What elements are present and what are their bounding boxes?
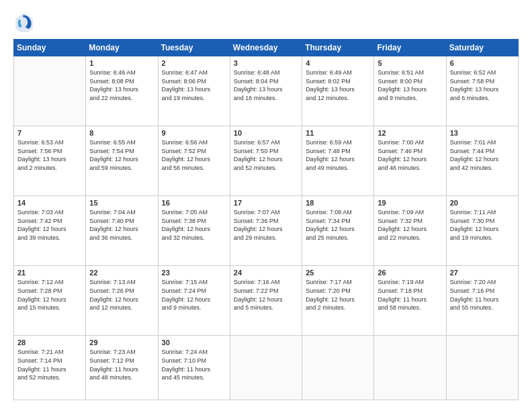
day-number: 21 [17,269,82,277]
day-number: 10 [234,129,298,137]
calendar-cell: 2Sunrise: 6:47 AM Sunset: 8:06 PM Daylig… [158,56,230,126]
calendar-cell: 5Sunrise: 6:51 AM Sunset: 8:00 PM Daylig… [374,56,446,126]
day-number: 7 [17,129,82,137]
day-number: 26 [378,269,442,277]
calendar-cell: 16Sunrise: 7:05 AM Sunset: 7:38 PM Dayli… [158,196,230,266]
day-number: 28 [17,338,82,347]
header [13,11,519,32]
day-info: Sunrise: 6:57 AM Sunset: 7:50 PM Dayligh… [234,138,298,172]
calendar-cell [302,336,374,400]
calendar-cell: 29Sunrise: 7:23 AM Sunset: 7:12 PM Dayli… [86,336,158,400]
day-info: Sunrise: 6:47 AM Sunset: 8:06 PM Dayligh… [162,68,226,102]
day-number: 18 [306,199,370,207]
week-row-4: 21Sunrise: 7:12 AM Sunset: 7:28 PM Dayli… [14,266,519,336]
day-info: Sunrise: 6:51 AM Sunset: 8:00 PM Dayligh… [378,68,442,102]
week-row-2: 7Sunrise: 6:53 AM Sunset: 7:56 PM Daylig… [14,126,519,196]
page: SundayMondayTuesdayWednesdayThursdayFrid… [0,0,532,411]
calendar-cell: 11Sunrise: 6:59 AM Sunset: 7:48 PM Dayli… [302,126,374,196]
day-number: 19 [378,199,442,207]
day-info: Sunrise: 6:52 AM Sunset: 7:58 PM Dayligh… [450,68,515,102]
logo [13,11,39,32]
day-info: Sunrise: 6:55 AM Sunset: 7:54 PM Dayligh… [89,138,154,172]
weekday-header-thursday: Thursday [302,40,374,56]
day-number: 14 [17,199,82,207]
calendar-cell: 25Sunrise: 7:17 AM Sunset: 7:20 PM Dayli… [302,266,374,336]
weekday-header-sunday: Sunday [14,40,86,56]
weekday-header-wednesday: Wednesday [230,40,302,56]
calendar-cell [14,56,86,126]
day-number: 27 [450,269,515,277]
calendar-cell: 21Sunrise: 7:12 AM Sunset: 7:28 PM Dayli… [14,266,86,336]
day-number: 2 [162,59,226,67]
day-info: Sunrise: 6:59 AM Sunset: 7:48 PM Dayligh… [306,138,370,172]
day-number: 30 [162,338,226,347]
day-info: Sunrise: 7:03 AM Sunset: 7:42 PM Dayligh… [17,208,82,242]
calendar-cell: 7Sunrise: 6:53 AM Sunset: 7:56 PM Daylig… [14,126,86,196]
day-info: Sunrise: 7:19 AM Sunset: 7:18 PM Dayligh… [378,278,442,312]
weekday-header-friday: Friday [374,40,446,56]
day-number: 9 [162,129,226,137]
weekday-header-monday: Monday [86,40,158,56]
day-info: Sunrise: 6:49 AM Sunset: 8:02 PM Dayligh… [306,68,370,102]
calendar-cell: 19Sunrise: 7:09 AM Sunset: 7:32 PM Dayli… [374,196,446,266]
weekday-header-tuesday: Tuesday [158,40,230,56]
week-row-1: 1Sunrise: 6:46 AM Sunset: 8:08 PM Daylig… [14,56,519,126]
day-info: Sunrise: 6:53 AM Sunset: 7:56 PM Dayligh… [17,138,82,172]
weekday-header-saturday: Saturday [446,40,518,56]
calendar-cell [374,336,446,400]
day-info: Sunrise: 7:01 AM Sunset: 7:44 PM Dayligh… [450,138,515,172]
day-number: 12 [378,129,442,137]
day-info: Sunrise: 6:48 AM Sunset: 8:04 PM Dayligh… [234,68,298,102]
calendar-cell: 30Sunrise: 7:24 AM Sunset: 7:10 PM Dayli… [158,336,230,400]
calendar-cell: 18Sunrise: 7:08 AM Sunset: 7:34 PM Dayli… [302,196,374,266]
day-info: Sunrise: 7:08 AM Sunset: 7:34 PM Dayligh… [306,208,370,242]
day-number: 17 [234,199,298,207]
day-info: Sunrise: 7:20 AM Sunset: 7:16 PM Dayligh… [450,278,515,312]
calendar-cell: 26Sunrise: 7:19 AM Sunset: 7:18 PM Dayli… [374,266,446,336]
calendar-cell [230,336,302,400]
day-number: 8 [89,129,154,137]
day-info: Sunrise: 6:56 AM Sunset: 7:52 PM Dayligh… [162,138,226,172]
calendar-cell: 9Sunrise: 6:56 AM Sunset: 7:52 PM Daylig… [158,126,230,196]
day-number: 23 [162,269,226,277]
day-info: Sunrise: 7:09 AM Sunset: 7:32 PM Dayligh… [378,208,442,242]
day-info: Sunrise: 7:23 AM Sunset: 7:12 PM Dayligh… [89,348,154,381]
calendar-cell: 24Sunrise: 7:16 AM Sunset: 7:22 PM Dayli… [230,266,302,336]
week-row-5: 28Sunrise: 7:21 AM Sunset: 7:14 PM Dayli… [14,336,519,400]
day-number: 22 [89,269,154,277]
calendar-table: SundayMondayTuesdayWednesdayThursdayFrid… [13,39,519,400]
day-number: 15 [89,199,154,207]
day-number: 24 [234,269,298,277]
calendar-cell: 14Sunrise: 7:03 AM Sunset: 7:42 PM Dayli… [14,196,86,266]
weekday-header-row: SundayMondayTuesdayWednesdayThursdayFrid… [14,40,519,56]
logo-icon [13,11,35,32]
calendar-cell: 4Sunrise: 6:49 AM Sunset: 8:02 PM Daylig… [302,56,374,126]
day-number: 3 [234,59,298,67]
calendar-cell: 27Sunrise: 7:20 AM Sunset: 7:16 PM Dayli… [446,266,518,336]
calendar-cell: 8Sunrise: 6:55 AM Sunset: 7:54 PM Daylig… [86,126,158,196]
calendar-cell: 20Sunrise: 7:11 AM Sunset: 7:30 PM Dayli… [446,196,518,266]
day-info: Sunrise: 7:24 AM Sunset: 7:10 PM Dayligh… [162,348,226,381]
day-number: 25 [306,269,370,277]
day-number: 5 [378,59,442,67]
day-number: 20 [450,199,515,207]
calendar-cell: 13Sunrise: 7:01 AM Sunset: 7:44 PM Dayli… [446,126,518,196]
calendar-cell: 1Sunrise: 6:46 AM Sunset: 8:08 PM Daylig… [86,56,158,126]
day-number: 16 [162,199,226,207]
day-info: Sunrise: 7:00 AM Sunset: 7:46 PM Dayligh… [378,138,442,172]
calendar-cell: 6Sunrise: 6:52 AM Sunset: 7:58 PM Daylig… [446,56,518,126]
day-info: Sunrise: 7:12 AM Sunset: 7:28 PM Dayligh… [17,278,82,312]
day-info: Sunrise: 7:04 AM Sunset: 7:40 PM Dayligh… [89,208,154,242]
calendar-cell: 12Sunrise: 7:00 AM Sunset: 7:46 PM Dayli… [374,126,446,196]
calendar-cell: 10Sunrise: 6:57 AM Sunset: 7:50 PM Dayli… [230,126,302,196]
day-info: Sunrise: 7:21 AM Sunset: 7:14 PM Dayligh… [17,348,82,381]
day-number: 29 [89,338,154,347]
week-row-3: 14Sunrise: 7:03 AM Sunset: 7:42 PM Dayli… [14,196,519,266]
day-info: Sunrise: 6:46 AM Sunset: 8:08 PM Dayligh… [89,68,154,102]
calendar-cell: 15Sunrise: 7:04 AM Sunset: 7:40 PM Dayli… [86,196,158,266]
day-info: Sunrise: 7:15 AM Sunset: 7:24 PM Dayligh… [162,278,226,312]
day-number: 11 [306,129,370,137]
day-info: Sunrise: 7:13 AM Sunset: 7:26 PM Dayligh… [89,278,154,312]
calendar-cell: 22Sunrise: 7:13 AM Sunset: 7:26 PM Dayli… [86,266,158,336]
day-info: Sunrise: 7:16 AM Sunset: 7:22 PM Dayligh… [234,278,298,312]
